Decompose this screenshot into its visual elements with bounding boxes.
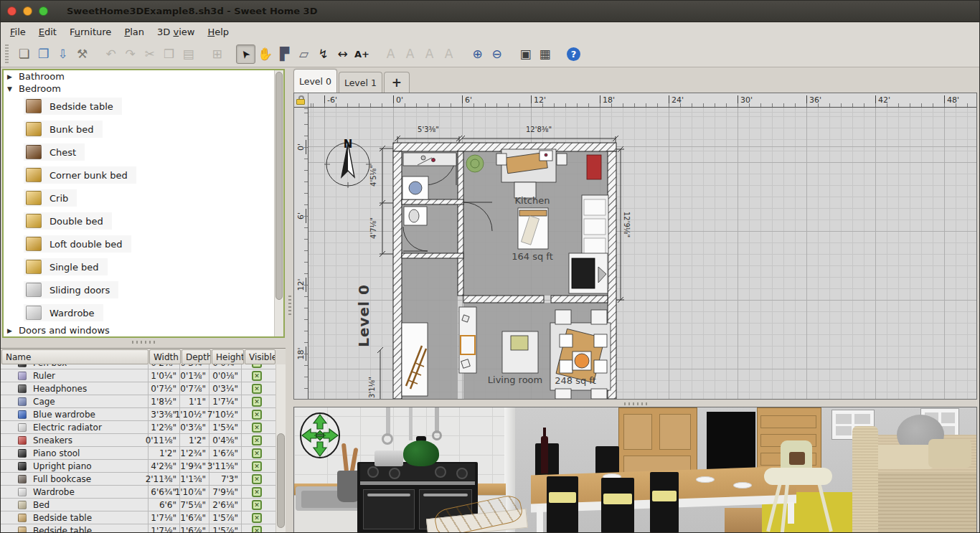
compass[interactable]: N — [324, 138, 372, 188]
menu-3d-view[interactable]: 3D view — [151, 24, 201, 39]
dimension-label[interactable]: 5'3⅜" — [418, 126, 439, 133]
menu-furniture[interactable]: Furniture — [63, 24, 118, 39]
align-text-style-button[interactable]: A — [381, 44, 400, 64]
catalog-table-splitter[interactable] — [1, 338, 286, 348]
column-header-height[interactable]: Height — [212, 349, 244, 364]
table-row[interactable]: Cage1'8½"1'1"1'7¼"✕ — [1, 395, 275, 408]
zoom-in-button[interactable]: ⊕ — [468, 44, 487, 64]
menu-plan[interactable]: Plan — [118, 24, 151, 39]
catalog-item-crib[interactable]: Crib — [24, 187, 283, 209]
room-area-label[interactable]: 164 sq ft — [512, 251, 553, 262]
catalog-item-sliding-doors[interactable]: Sliding doors — [24, 278, 283, 301]
table-row[interactable]: Piano stool1'2"1'2¾"1'6⅞"✕ — [1, 447, 275, 460]
visible-checkbox[interactable]: ✕ — [252, 500, 262, 510]
copy-button[interactable]: ❒ — [159, 44, 179, 64]
catalog-scrollbar-thumb[interactable] — [275, 72, 283, 300]
3d-view[interactable] — [293, 407, 977, 533]
visible-checkbox[interactable]: ✕ — [252, 435, 262, 445]
plan-3d-splitter[interactable] — [293, 400, 977, 407]
furniture-list-scrollbar-thumb[interactable] — [277, 433, 285, 528]
menu-file[interactable]: File — [4, 24, 32, 39]
toolbar-drag-handle[interactable] — [5, 44, 9, 63]
visible-checkbox[interactable]: ✕ — [252, 397, 262, 407]
visible-checkbox[interactable]: ✕ — [252, 474, 262, 484]
table-row[interactable]: Ruler1'0¼"0'1⅜"0'0⅛"✕ — [1, 369, 275, 382]
table-row[interactable]: Sneakers0'11⅛"1'2"0'4⅝"✕ — [1, 434, 275, 447]
paste-button[interactable]: ▤ — [179, 44, 198, 64]
column-header-depth[interactable]: Depth — [182, 349, 211, 364]
create-walls-tool-button[interactable]: ▛ — [275, 44, 294, 64]
close-window-button[interactable] — [7, 6, 17, 16]
create-polylines-tool-button[interactable]: ↯ — [314, 44, 333, 64]
bold-style-button[interactable]: A — [420, 44, 439, 64]
catalog-item-double-bed[interactable]: Double bed — [24, 209, 283, 232]
catalog-scrollbar[interactable] — [274, 70, 283, 336]
add-level-tab[interactable]: + — [384, 72, 410, 93]
add-texts-tool-button[interactable]: A+ — [352, 44, 372, 64]
dimension-label[interactable]: 12'9⅛" — [623, 212, 631, 237]
plan-view[interactable]: -6'0'6'12'18'24'30'36'42'48' 0'6'12'18' — [293, 93, 977, 400]
catalog-item-single-bed[interactable]: Single bed — [24, 255, 283, 278]
table-row[interactable]: Blue wardrobe3'3⅜"1'10½"7'10½"✕ — [1, 408, 275, 421]
visible-checkbox[interactable]: ✕ — [252, 513, 262, 523]
zoom-out-button[interactable]: ⊖ — [487, 44, 507, 64]
table-row[interactable]: Upright piano4'2⅜"1'9¾"3'11⅝"✕ — [1, 460, 275, 473]
panels-splitter[interactable] — [286, 67, 293, 532]
table-row[interactable]: Headphones0'7½"0'7⅞"0'3¼"✕ — [1, 382, 275, 395]
table-row[interactable]: Electric radiator1'2⅝"0'3⅞"1'5¾"✕ — [1, 421, 275, 434]
table-row[interactable]: Wardrobe6'6¾"1'10⅞"7'9⅛"✕ — [1, 486, 275, 499]
table-row[interactable]: Full bookcase2'11⅜"1'1⅝"7'3"✕ — [1, 473, 275, 486]
undo-button[interactable]: ↶ — [101, 44, 121, 64]
3d-navigation-control[interactable] — [298, 412, 341, 459]
redo-button[interactable]: ↷ — [121, 44, 140, 64]
add-furniture-button[interactable]: ⊞ — [207, 44, 227, 64]
catalog-item-chest[interactable]: Chest — [24, 141, 283, 164]
open-button[interactable]: ❐ — [34, 44, 53, 64]
table-row[interactable]: Bedside table1'7⅛"1'6⅞"1'5⅞"✕ — [1, 511, 275, 524]
select-tool-button[interactable]: ➤ — [236, 44, 255, 64]
catalog-category-doors-and-windows[interactable]: ▶Doors and windows — [4, 324, 283, 336]
table-row[interactable]: Bedside table1'7⅛"1'6⅞"1'5⅞"✕ — [1, 524, 275, 532]
tab-level-1[interactable]: Level 1 — [339, 72, 382, 93]
visible-checkbox[interactable]: ✕ — [252, 487, 262, 497]
catalog-item-bunk-bed[interactable]: Bunk bed — [24, 118, 283, 141]
table-row[interactable]: Pen box0'2⅞"0'3¼"0'0¾"✕ — [1, 364, 275, 369]
tab-level-0[interactable]: Level 0 — [293, 69, 337, 93]
furniture-list-scrollbar[interactable] — [275, 364, 286, 532]
visible-checkbox[interactable]: ✕ — [252, 364, 262, 368]
furniture-catalog-panel[interactable]: ▶Bathroom▼BedroomBedside tableBunk bedCh… — [2, 69, 285, 338]
new-home-button[interactable]: ❏ — [14, 44, 34, 64]
catalog-category-bedroom[interactable]: ▼Bedroom — [4, 82, 283, 95]
table-row[interactable]: Bed6'6"7'5⅛"2'6⅛"✕ — [1, 499, 275, 511]
dimension-label[interactable]: 12'8⅜" — [526, 126, 552, 133]
pan-tool-button[interactable]: ✋ — [255, 44, 275, 64]
cut-button[interactable]: ✂ — [140, 44, 159, 64]
visible-checkbox[interactable]: ✕ — [252, 371, 262, 381]
column-header-width[interactable]: Width — [149, 349, 181, 364]
dimension-label[interactable]: 4'7⅛" — [369, 217, 377, 239]
dimension-label[interactable]: 3'1⅛" — [368, 377, 376, 398]
menu-help[interactable]: Help — [201, 24, 235, 39]
create-rooms-tool-button[interactable]: ▱ — [294, 44, 314, 64]
letter-arrows-style-button[interactable]: A — [400, 44, 420, 64]
create-photo-button[interactable]: ▣ — [516, 44, 535, 64]
italic-style-button[interactable]: A — [439, 44, 458, 64]
menu-edit[interactable]: Edit — [32, 24, 63, 39]
catalog-category-bathroom[interactable]: ▶Bathroom — [4, 70, 283, 82]
visible-checkbox[interactable]: ✕ — [252, 423, 262, 433]
dimension-label[interactable]: 4'5⅛" — [369, 165, 377, 187]
visible-checkbox[interactable]: ✕ — [252, 384, 262, 394]
visible-checkbox[interactable]: ✕ — [252, 461, 262, 471]
room-name-label[interactable]: Kitchen — [515, 195, 550, 206]
furniture-list-panel[interactable]: NameWidthDepthHeightVisible Pen box0'2⅞"… — [1, 348, 286, 532]
visible-checkbox[interactable]: ✕ — [252, 410, 262, 420]
help-button[interactable]: ? — [564, 44, 583, 64]
column-header-visible[interactable]: Visible — [245, 349, 275, 364]
title-bar[interactable]: SweetHome3DExample8.sh3d - Sweet Home 3D — [1, 1, 979, 22]
visible-checkbox[interactable]: ✕ — [252, 448, 262, 458]
column-header-name[interactable]: Name — [1, 349, 149, 364]
minimize-window-button[interactable] — [23, 6, 32, 16]
plan-canvas[interactable]: N 5'3⅜" 12'8⅜" 4'5⅛" 4'7⅛" 12'9⅛" 3'1⅛" … — [308, 108, 976, 399]
room-area-label[interactable]: 248 sq ft — [555, 375, 596, 386]
create-video-button[interactable]: ▦ — [535, 44, 555, 64]
